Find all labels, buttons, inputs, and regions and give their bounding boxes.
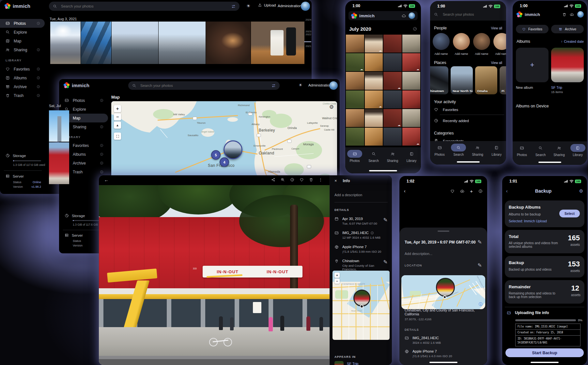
map-cluster-marker[interactable]: 5 [211,150,221,160]
search-input[interactable] [140,83,268,88]
place-tile[interactable]: Pi [500,66,506,94]
nav-search[interactable]: Search [450,144,467,156]
photo-thumbnail[interactable] [383,109,402,127]
photo-thumbnail[interactable] [346,72,364,90]
edit-location-pencil-icon[interactable]: ✎ [478,262,482,268]
nav-search[interactable]: Search [365,150,382,163]
place-tile[interactable]: Near North Side [451,66,473,94]
close-icon[interactable]: × [334,178,337,183]
photo-thumbnail[interactable] [383,53,402,71]
add-description-field[interactable]: Add a description [334,193,392,197]
add-name-label[interactable]: Add name [473,52,490,56]
edit-date-pencil-icon[interactable]: ✎ [478,239,482,245]
add-name-label[interactable]: Add name [453,52,470,56]
nav-photos[interactable]: Photos [513,144,531,157]
photo-thumbnail[interactable] [365,53,383,71]
file-info-icon[interactable] [370,231,374,235]
favorite-heart-icon[interactable] [450,189,455,193]
search-input[interactable] [442,12,490,17]
map-attribution-info-icon[interactable]: ⓘ [479,302,483,307]
photo-thumbnail[interactable] [402,90,421,108]
map-photo-marker[interactable] [224,140,242,159]
photo-thumbnail[interactable] [402,109,421,127]
timeline-scrubber[interactable]: 2024 ·· 2023 2022 · 2021 [303,18,311,48]
more-options-icon[interactable]: ⋮ [318,178,323,182]
nav-sharing[interactable]: Sharing [384,150,401,163]
photo-thumbnail[interactable] [383,90,402,108]
photo-thumbnail[interactable] [50,22,81,64]
immich-logo[interactable]: immich [64,82,89,88]
nav-sharing[interactable]: Sharing [550,144,568,157]
add-to-album-plus-icon[interactable]: + [470,189,473,193]
archive-button[interactable]: Archive [551,25,584,33]
search-bar[interactable] [49,2,240,11]
info-icon[interactable] [290,178,294,182]
search-bar[interactable] [128,81,280,90]
map-bearing-button[interactable]: ▲ [114,121,121,129]
settings-gear-icon[interactable]: ⚙ [579,188,583,194]
album-cover-sf-trip[interactable] [551,48,584,82]
photo-thumbnail[interactable] [159,22,206,64]
map-photo-marker[interactable] [353,290,370,307]
sidebar-item-explore[interactable]: Explore [0,28,45,37]
map-cluster-marker[interactable]: 4 [220,157,229,167]
add-name-label[interactable]: Add name [433,52,450,56]
back-chevron-icon[interactable]: ‹ [404,188,406,194]
photo-thumbnail[interactable] [365,72,383,90]
nav-photos[interactable]: Photos [346,150,364,163]
cloud-upload-icon[interactable] [460,189,464,193]
theme-toggle-sun-icon[interactable]: ☀ [246,3,251,8]
back-chevron-icon[interactable]: ‹ [506,188,508,194]
album-name[interactable]: SF Trip [551,86,562,89]
add-description-field[interactable]: Add description... [405,252,482,256]
sidebar-item-albums[interactable]: Albums [0,73,45,82]
people-view-all-link[interactable]: View all [491,26,502,30]
photo-thumbnail[interactable] [346,128,364,146]
photo-thumbnail[interactable] [365,90,383,108]
sidebar-item-favorites[interactable]: Favorites [0,65,45,73]
photo-thumbnail[interactable] [346,90,364,108]
photo-thumbnail[interactable] [402,35,421,53]
immich-logo[interactable]: immich [5,3,30,9]
photo-thumbnail[interactable] [365,109,383,127]
search-bar[interactable] [434,12,502,17]
info-panel-map[interactable]: FISHERMAN'S WHARF Beach Street + − [333,271,390,340]
theme-toggle-sun-icon[interactable]: ☀ [299,83,302,87]
favorite-heart-icon[interactable] [300,178,304,182]
photo-thumbnail[interactable] [206,22,251,64]
person-item[interactable]: Add name [473,33,490,56]
user-avatar[interactable] [301,2,310,11]
place-tile[interactable]: Omaha [475,66,497,94]
nav-sharing[interactable]: Sharing [469,144,487,156]
sidebar-item-archive[interactable]: Archive [0,82,45,91]
photo-thumbnail[interactable] [383,35,402,53]
sidebar-item-photos[interactable]: Photos [0,19,45,28]
nav-library[interactable]: Library [569,144,587,157]
sidebar-item-sharing[interactable]: Sharing [0,45,45,54]
search-filter-icon[interactable] [271,84,276,88]
nav-library[interactable]: Library [403,150,420,163]
nav-search[interactable]: Search [532,144,549,157]
map-zoom-in-button[interactable]: + [114,105,121,112]
person-item[interactable]: Add name [453,33,470,56]
person-item[interactable]: Add name [493,33,506,56]
photo-thumbnail[interactable] [346,109,364,127]
albums-sort-button[interactable]: ↑Created date [561,40,584,43]
sidebar-item-trash[interactable]: Trash [0,91,45,100]
cloud-upload-icon[interactable] [570,12,574,17]
photo-thumbnail[interactable] [346,35,364,53]
administration-link[interactable]: Administration [278,4,302,8]
user-avatar[interactable] [577,11,584,18]
detail-bottom-sheet[interactable]: Tue, Apr 30, 2019 • 6:07 PM GMT-07:00 ✎ … [399,228,487,365]
photo-thumbnail[interactable] [49,110,69,142]
photo-in-n-out-storefront[interactable]: 333 IN-N-OUT IN-N-OUT [99,185,330,365]
photo-thumbnail[interactable] [112,22,158,64]
add-name-label[interactable]: Add name [493,52,506,56]
map-zoom-out-button[interactable]: − [114,113,121,120]
photo-thumbnail[interactable] [346,53,364,71]
photo-thumbnail[interactable] [402,53,421,71]
nav-photos[interactable]: Photos [431,144,448,156]
location-map-card[interactable]: The Embarcadero San Francisco Ferry Buil… [401,275,485,309]
sheet-drag-handle[interactable] [438,230,449,232]
cloud-sync-icon[interactable] [402,14,406,18]
